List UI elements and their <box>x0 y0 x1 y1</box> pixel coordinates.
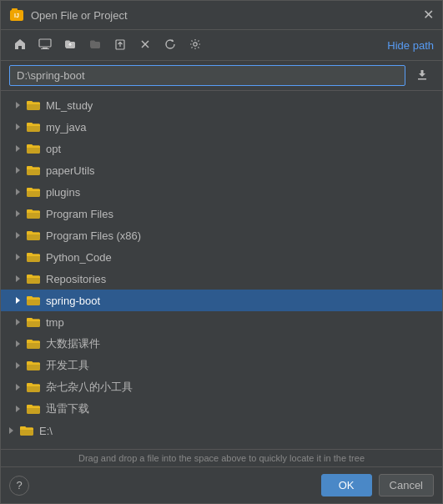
tree-item-label: E:\ <box>39 425 53 437</box>
tree-item-label: 杂七杂八的小工具 <box>46 380 133 395</box>
path-bar <box>1 61 442 91</box>
tree-arrow-icon <box>14 101 26 109</box>
tree-item-label: spring-boot <box>46 295 100 307</box>
path-download-button[interactable] <box>410 66 434 86</box>
dialog-title: Open File or Project <box>31 9 128 22</box>
folder-icon <box>26 186 41 198</box>
tree-item[interactable]: spring-boot <box>1 290 442 311</box>
tree-item[interactable]: my_java <box>1 116 442 138</box>
svg-marker-10 <box>16 102 20 108</box>
svg-marker-22 <box>16 362 20 369</box>
svg-rect-3 <box>39 39 51 47</box>
cancel-button[interactable]: Cancel <box>379 474 434 496</box>
tree-arrow-icon <box>14 188 26 196</box>
tree-item[interactable]: 大数据课件 <box>1 333 442 355</box>
tree-arrow-icon <box>14 275 26 283</box>
tree-item[interactable]: tmp <box>1 311 442 333</box>
bottom-bar: ? OK Cancel <box>1 466 442 503</box>
tree-item-label: plugins <box>46 186 80 199</box>
tree-item[interactable]: paperUtils <box>1 159 442 181</box>
svg-marker-11 <box>16 123 20 130</box>
tree-item[interactable]: 开发工具 <box>1 355 442 376</box>
tree-arrow-icon <box>14 209 26 218</box>
navigate-up-button[interactable] <box>109 35 131 55</box>
hide-path-button[interactable]: Hide path <box>387 39 434 52</box>
folder-icon <box>26 229 41 241</box>
tree-item-label: 大数据课件 <box>46 336 100 351</box>
tree-arrow-icon <box>14 361 26 370</box>
folder-icon <box>19 425 34 436</box>
close-button[interactable]: ✕ <box>423 8 434 22</box>
delete-button[interactable] <box>134 35 156 55</box>
tree-item[interactable]: Program Files <box>1 203 442 224</box>
svg-marker-20 <box>16 319 20 325</box>
svg-marker-25 <box>9 427 13 434</box>
refresh-button[interactable] <box>159 35 181 55</box>
folder-icon <box>26 316 41 328</box>
svg-marker-16 <box>16 232 20 239</box>
folder-icon <box>26 403 41 415</box>
settings-button[interactable] <box>184 35 206 55</box>
svg-rect-5 <box>41 48 49 49</box>
folder-icon <box>26 360 41 371</box>
svg-marker-23 <box>16 384 20 391</box>
tree-arrow-icon <box>8 426 19 435</box>
tree-arrow-icon <box>14 318 26 326</box>
tree-arrow-icon <box>14 231 26 239</box>
status-text: Drag and drop a file into the space abov… <box>78 453 365 463</box>
tree-arrow-icon <box>14 166 26 174</box>
path-input[interactable] <box>9 65 405 86</box>
tree-item[interactable]: opt <box>1 138 442 159</box>
folder-icon <box>26 99 41 111</box>
svg-marker-13 <box>16 167 20 174</box>
tree-item[interactable]: 杂七杂八的小工具 <box>1 376 442 398</box>
tree-item-label: 迅雷下载 <box>46 401 89 416</box>
svg-rect-1 <box>12 8 18 12</box>
tree-item[interactable]: Python_Code <box>1 246 442 268</box>
folder-up-button[interactable] <box>59 35 81 55</box>
folder-icon <box>26 273 41 285</box>
app-icon: IJ <box>9 8 24 23</box>
tree-item[interactable]: ML_study <box>1 94 442 116</box>
folder-icon <box>26 121 41 133</box>
svg-marker-12 <box>16 145 20 152</box>
tree-item-label: Program Files (x86) <box>46 229 141 242</box>
tree-arrow-icon <box>14 405 26 413</box>
desktop-button[interactable] <box>34 35 56 55</box>
home-button[interactable] <box>9 35 31 55</box>
svg-point-9 <box>194 43 197 46</box>
file-tree: ML_study my_java opt paperUtils plugins … <box>1 91 442 449</box>
tree-item-label: Repositories <box>46 273 106 285</box>
folder-icon <box>26 208 41 219</box>
new-folder-button[interactable] <box>84 35 106 55</box>
tree-item[interactable]: Repositories <box>1 268 442 290</box>
tree-item-label: opt <box>46 143 61 155</box>
tree-item[interactable]: plugins <box>1 181 442 203</box>
tree-arrow-icon <box>14 253 26 261</box>
tree-item[interactable]: E:\ <box>1 420 442 441</box>
tree-arrow-icon <box>14 340 26 348</box>
tree-arrow-icon <box>14 123 26 131</box>
svg-marker-15 <box>16 210 20 217</box>
tree-arrow-icon <box>14 296 26 305</box>
tree-arrow-icon <box>14 383 26 391</box>
titlebar-left: IJ Open File or Project <box>9 8 128 23</box>
tree-item-label: my_java <box>46 121 86 134</box>
svg-marker-14 <box>16 189 20 195</box>
tree-item-label: Program Files <box>46 208 113 220</box>
tree-item-label: Python_Code <box>46 251 112 264</box>
folder-icon <box>26 295 41 306</box>
tree-arrow-icon <box>14 144 26 153</box>
svg-marker-18 <box>16 275 20 282</box>
tree-item-label: paperUtils <box>46 164 95 177</box>
tree-item[interactable]: Program Files (x86) <box>1 224 442 246</box>
toolbar: Hide path <box>1 30 442 61</box>
tree-item-label: tmp <box>46 316 64 329</box>
tree-item[interactable]: 迅雷下载 <box>1 398 442 420</box>
help-button[interactable]: ? <box>9 476 29 496</box>
svg-marker-21 <box>16 340 20 347</box>
folder-icon <box>26 381 41 393</box>
svg-text:IJ: IJ <box>14 13 19 18</box>
folder-icon <box>26 164 41 176</box>
ok-button[interactable]: OK <box>321 474 372 496</box>
